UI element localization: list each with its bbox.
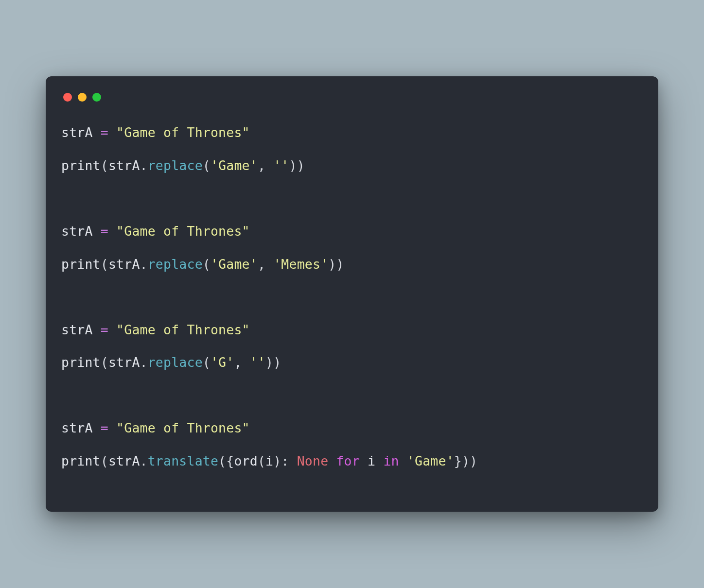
code-line bbox=[61, 280, 643, 313]
code-line: strA = "Game of Thrones" bbox=[61, 313, 643, 346]
code-token: = bbox=[101, 420, 108, 435]
code-token: strA bbox=[61, 224, 101, 239]
maximize-icon[interactable] bbox=[92, 93, 101, 102]
code-token: = bbox=[101, 322, 108, 337]
code-token: = bbox=[101, 125, 108, 140]
code-token: strA bbox=[61, 322, 101, 337]
code-token: i bbox=[265, 453, 273, 468]
code-token: , bbox=[258, 257, 273, 272]
code-token: ( bbox=[203, 355, 211, 370]
code-line: print(strA.replace('G', '')) bbox=[61, 346, 643, 379]
code-line: strA = "Game of Thrones" bbox=[61, 116, 643, 149]
code-token: ( bbox=[203, 158, 211, 173]
code-token bbox=[108, 420, 116, 435]
code-token: '' bbox=[250, 355, 265, 370]
code-token: ( bbox=[101, 158, 108, 173]
code-token: print bbox=[61, 355, 101, 370]
code-token: for bbox=[336, 453, 359, 468]
code-token: ( bbox=[101, 257, 108, 272]
minimize-icon[interactable] bbox=[78, 93, 87, 102]
code-block: strA = "Game of Thrones"print(strA.repla… bbox=[61, 116, 643, 477]
code-token: . bbox=[140, 257, 148, 272]
code-token: i bbox=[368, 453, 375, 468]
code-token: , bbox=[234, 355, 249, 370]
code-line: print(strA.replace('Game', '')) bbox=[61, 149, 643, 182]
code-token: , bbox=[258, 158, 273, 173]
code-token: None bbox=[297, 453, 329, 468]
code-token: print bbox=[61, 257, 101, 272]
code-token: . bbox=[140, 453, 148, 468]
code-token: ): bbox=[273, 453, 297, 468]
code-token: replace bbox=[148, 257, 203, 272]
code-token: . bbox=[140, 355, 148, 370]
code-token bbox=[108, 322, 116, 337]
code-token bbox=[108, 125, 116, 140]
code-token: 'Game' bbox=[211, 158, 258, 173]
code-token: ( bbox=[203, 257, 211, 272]
code-line bbox=[61, 379, 643, 412]
code-token: "Game of Thrones" bbox=[116, 420, 250, 435]
code-token: 'Game' bbox=[211, 257, 258, 272]
code-token: ord bbox=[234, 453, 257, 468]
code-token: '' bbox=[273, 158, 289, 173]
code-token: )) bbox=[289, 158, 305, 173]
code-token: print bbox=[61, 158, 101, 173]
code-token bbox=[399, 453, 407, 468]
code-token: print bbox=[61, 453, 101, 468]
code-token: })) bbox=[454, 453, 477, 468]
code-token bbox=[375, 453, 383, 468]
code-token: . bbox=[140, 158, 148, 173]
code-token: "Game of Thrones" bbox=[116, 224, 250, 239]
code-token: strA bbox=[61, 420, 101, 435]
editor-window: strA = "Game of Thrones"print(strA.repla… bbox=[46, 76, 658, 511]
code-token: ( bbox=[101, 355, 108, 370]
code-token: in bbox=[383, 453, 399, 468]
code-token: "Game of Thrones" bbox=[116, 125, 250, 140]
code-token: ( bbox=[258, 453, 265, 468]
code-token: strA bbox=[61, 125, 101, 140]
code-token: replace bbox=[148, 158, 203, 173]
code-token: ( bbox=[101, 453, 108, 468]
code-token: strA bbox=[108, 257, 140, 272]
code-token: translate bbox=[148, 453, 218, 468]
code-line: print(strA.translate({ord(i): None for i… bbox=[61, 445, 643, 478]
code-token: replace bbox=[148, 355, 203, 370]
code-token: 'G' bbox=[211, 355, 234, 370]
code-token bbox=[328, 453, 336, 468]
code-token bbox=[360, 453, 368, 468]
code-token: ({ bbox=[218, 453, 234, 468]
code-token: "Game of Thrones" bbox=[116, 322, 250, 337]
code-token: strA bbox=[108, 453, 140, 468]
code-token: 'Memes' bbox=[273, 257, 328, 272]
code-token bbox=[108, 224, 116, 239]
code-line: strA = "Game of Thrones" bbox=[61, 412, 643, 445]
close-icon[interactable] bbox=[63, 93, 72, 102]
code-token: strA bbox=[108, 158, 140, 173]
window-titlebar bbox=[61, 91, 643, 116]
code-line: print(strA.replace('Game', 'Memes')) bbox=[61, 248, 643, 281]
code-token: 'Game' bbox=[407, 453, 454, 468]
code-token: )) bbox=[328, 257, 344, 272]
code-line bbox=[61, 182, 643, 215]
code-token: strA bbox=[108, 355, 140, 370]
code-line: strA = "Game of Thrones" bbox=[61, 215, 643, 248]
code-token: )) bbox=[265, 355, 281, 370]
code-token: = bbox=[101, 224, 108, 239]
